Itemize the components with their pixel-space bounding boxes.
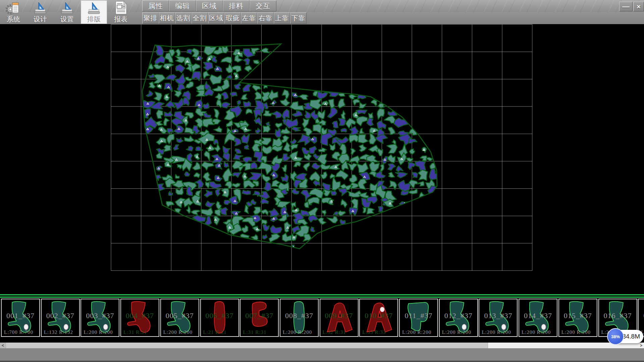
thumbnail-cell-005_#37[interactable]: 005_#37L:200 R:200 <box>160 299 199 337</box>
tool-button-9[interactable]: 下靠 <box>290 12 307 24</box>
piece-lr-label: L:132 R:132 <box>44 329 73 335</box>
menu-item-0[interactable]: 属性 <box>142 0 169 11</box>
nav-tab-report[interactable]: 报表 <box>108 0 134 24</box>
piece-id-label: 008_#37 <box>280 311 318 320</box>
tool-bar: 聚排相机选割全割区域瑕疵左靠右靠上靠下靠 <box>142 12 307 24</box>
piece-lr-label: L:31 R:31 <box>123 329 147 335</box>
nav-tab-nesting[interactable]: 排版 <box>81 0 107 24</box>
tool-button-6[interactable]: 左靠 <box>241 12 257 24</box>
piece-id-label: 006_#37 <box>201 311 238 320</box>
scrollbar-thumb[interactable] <box>6 343 488 348</box>
horizontal-scrollbar[interactable]: < > <box>0 343 644 348</box>
thumbnail-cell-012_#37[interactable]: 012_#37L:200 R:200 <box>439 299 478 337</box>
tool-button-1[interactable]: 相机 <box>159 12 175 24</box>
scroll-left-icon[interactable]: < <box>0 343 6 348</box>
piece-lr-label: L:200 R:200 <box>482 329 511 335</box>
piece-id-label: 001_#37 <box>2 311 39 320</box>
canvas-svg <box>0 24 644 294</box>
nav-tab-label: 排版 <box>87 15 101 23</box>
piece-id-label: 003_#37 <box>81 311 119 320</box>
menu-bar: 属性编辑区域排料交互 <box>142 0 276 12</box>
progress-indicator: 38% <box>607 328 624 345</box>
piece-id-label: 011_#37 <box>400 311 437 320</box>
menu-item-1[interactable]: 编辑 <box>169 0 196 11</box>
system-icon <box>6 1 21 15</box>
tool-button-0[interactable]: 聚排 <box>142 12 159 24</box>
piece-lr-label: L:200 R:200 <box>561 329 591 335</box>
thumbnail-cell-007_#37[interactable]: 007_#37L:31 R:31 <box>240 299 279 337</box>
piece-lr-label: L:200 R:200 <box>442 329 471 335</box>
piece-id-label: 017_#37 <box>639 311 644 320</box>
bottom-bar <box>0 348 644 361</box>
tool-button-7[interactable]: 右靠 <box>257 12 274 24</box>
tool-button-3[interactable]: 全割 <box>192 12 208 24</box>
piece-lr-label: L:200 R:200 <box>163 329 193 335</box>
nav-tab-label: 系统 <box>7 15 20 23</box>
piece-lr-label: L:700 R:700 <box>4 329 33 335</box>
piece-id-label: 002_#37 <box>42 311 79 320</box>
tool-button-8[interactable]: 上靠 <box>274 12 290 24</box>
thumbnail-cell-001_#37[interactable]: 001_#37L:700 R:700 <box>1 299 40 337</box>
tool-button-5[interactable]: 瑕疵 <box>224 12 241 24</box>
piece-id-label: 013_#37 <box>479 311 517 320</box>
design-icon <box>33 1 48 15</box>
piece-lr-label: L:21 R:21 <box>203 329 227 335</box>
piece-id-label: 012_#37 <box>440 311 477 320</box>
thumbnail-cell-003_#37[interactable]: 003_#37L:200 R:200 <box>80 299 119 337</box>
piece-lr-label: L:200 R:200 <box>522 329 551 335</box>
thumbnail-cell-006_#37[interactable]: 006_#37L:21 R:21 <box>200 299 239 337</box>
nav-tab-label: 设置 <box>60 15 74 23</box>
thumbnail-cell-010_#37[interactable]: 010_#37L:33 R:33 <box>359 299 398 337</box>
piece-id-label: 005_#37 <box>161 311 199 320</box>
strip-accent-line <box>0 297 644 298</box>
thumbnail-cell-002_#37[interactable]: 002_#37L:132 R:132 <box>41 299 80 337</box>
nav-tab-label: 设计 <box>34 15 47 23</box>
piece-id-label: 015_#37 <box>559 311 597 320</box>
nav-tab-system[interactable]: 系统 <box>0 0 26 24</box>
nav-tab-design[interactable]: 设计 <box>27 0 53 24</box>
nav-tabs: 系统 设计 设置 <box>0 0 134 24</box>
tool-button-4[interactable]: 区域 <box>208 12 224 24</box>
piece-id-label: 014_#37 <box>519 311 557 320</box>
nesting-canvas[interactable] <box>0 24 644 294</box>
piece-lr-label: L:200 R:200 <box>283 329 312 335</box>
menu-item-2[interactable]: 区域 <box>196 0 223 11</box>
nav-tab-label: 报表 <box>114 15 127 23</box>
settings-icon <box>59 1 75 15</box>
piece-id-label: 009_#37 <box>320 311 358 320</box>
thumbnail-cell-013_#37[interactable]: 013_#37L:200 R:200 <box>479 299 518 337</box>
piece-id-label: 004_#37 <box>121 311 159 320</box>
nesting-icon <box>86 1 102 15</box>
piece-id-label: 016_#37 <box>599 311 637 320</box>
thumbnail-cell-004_#37[interactable]: 004_#37L:31 R:31 <box>120 299 159 337</box>
menu-item-4[interactable]: 交互 <box>250 0 276 11</box>
thumbnail-cell-015_#37[interactable]: 015_#37L:200 R:200 <box>558 299 597 337</box>
piece-lr-label: L:32 R:31 <box>323 329 346 335</box>
report-icon <box>113 1 128 15</box>
thumbnail-cell-014_#37[interactable]: 014_#37L:200 R:200 <box>519 299 557 337</box>
strip-accent-line <box>0 294 644 295</box>
piece-lr-label: L:200 R:200 <box>84 329 113 335</box>
thumbnail-cell-011_#37[interactable]: 011_#37L:200 R:200 <box>399 299 438 337</box>
piece-lr-label: L:31 R:31 <box>243 329 266 335</box>
scroll-right-icon[interactable]: > <box>638 343 644 348</box>
minimize-icon[interactable]: — <box>619 2 633 11</box>
close-icon[interactable]: × <box>633 2 644 11</box>
nav-tab-settings[interactable]: 设置 <box>54 0 80 24</box>
thumbnail-cell-009_#37[interactable]: 009_#37L:32 R:31 <box>320 299 359 337</box>
piece-id-label: 010_#37 <box>360 311 397 320</box>
piece-id-label: 007_#37 <box>240 311 278 320</box>
menu-item-3[interactable]: 排料 <box>223 0 250 11</box>
tool-button-2[interactable]: 选割 <box>175 12 192 24</box>
window-bottom-edge <box>0 361 644 362</box>
piece-lr-label: L:33 R:33 <box>362 329 386 335</box>
piece-lr-label: L:200 R:200 <box>402 329 431 335</box>
pieces-strip: 001_#37L:700 R:700002_#37L:132 R:132003_… <box>0 294 644 343</box>
thumbnail-cell-008_#37[interactable]: 008_#37L:200 R:200 <box>280 299 319 337</box>
